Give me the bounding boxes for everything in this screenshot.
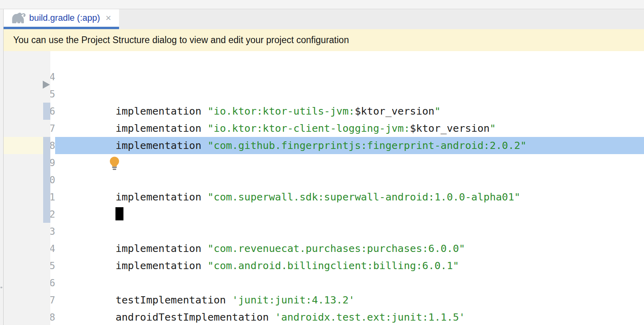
banner-text: You can use the Project Structure dialog… bbox=[13, 35, 349, 46]
code-cell[interactable] bbox=[50, 171, 644, 188]
window-top-strip bbox=[0, 0, 644, 9]
gutter-cell: 72 bbox=[4, 188, 50, 206]
change-marker bbox=[43, 188, 50, 206]
code-cell[interactable]: androidTestImplementation 'androidx.test… bbox=[50, 274, 644, 291]
gutter-cell: 74 bbox=[4, 223, 50, 240]
intention-bulb-icon[interactable] bbox=[59, 139, 121, 193]
gutter-cell: 67 bbox=[4, 103, 50, 120]
code-cell[interactable] bbox=[50, 154, 644, 171]
code-string: "com.android.billingclient:billing:6.0.1… bbox=[207, 260, 459, 271]
code-text: implementation "com.android.billingclien… bbox=[115, 260, 459, 271]
gutter-cell: 73 bbox=[4, 206, 50, 223]
code-line: 66 implementation "com.github.fingerprin… bbox=[4, 85, 644, 103]
gutter-cell: 71 bbox=[4, 171, 50, 188]
code-plain: implementation bbox=[115, 191, 207, 203]
code-lines: 64 implementation "io.ktor:ktor-utils-jv… bbox=[4, 51, 644, 325]
tab-label: build.gradle (:app) bbox=[29, 13, 100, 23]
gutter-cell: 64 bbox=[4, 51, 50, 68]
code-plain: androidTestImplementation bbox=[115, 311, 275, 323]
code-text: testImplementation 'junit:junit:4.13.2' bbox=[115, 294, 355, 306]
code-line: 74 bbox=[4, 223, 644, 240]
change-marker bbox=[43, 103, 50, 120]
code-plain: implementation bbox=[115, 260, 207, 271]
close-tab-icon[interactable]: × bbox=[105, 13, 111, 23]
tab-build-gradle[interactable]: build.gradle (:app) × bbox=[4, 9, 119, 29]
change-marker bbox=[43, 137, 50, 154]
code-text: implementation "io.ktor:ktor-utils-jvm:$… bbox=[115, 105, 441, 117]
code-cell[interactable]: implementation "com.github.fingerprintjs… bbox=[50, 85, 644, 103]
change-marker bbox=[43, 154, 50, 171]
code-string: 'junit:junit:4.13.2' bbox=[232, 294, 355, 306]
code-text: implementation "com.superwall.sdk:superw… bbox=[115, 191, 520, 203]
text-caret bbox=[115, 207, 123, 220]
code-plain: testImplementation bbox=[115, 294, 232, 306]
code-line: 77 androidTestImplementation 'androidx.t… bbox=[4, 274, 644, 291]
change-marker bbox=[43, 206, 50, 223]
code-plain: implementation bbox=[115, 242, 207, 254]
change-marker bbox=[43, 171, 50, 188]
code-cell[interactable]: implementation "io.ktor:ktor-utils-jvm:$… bbox=[50, 51, 644, 68]
gutter-cell: 78 bbox=[4, 291, 50, 309]
code-text: implementation "com.revenuecat.purchases… bbox=[115, 242, 465, 254]
code-variable: $ktor_version bbox=[355, 105, 435, 117]
code-variable: $ktor_version bbox=[410, 122, 490, 134]
code-line: 65 implementation "io.ktor:ktor-client-l… bbox=[4, 68, 644, 85]
code-text: implementation "com.github.fingerprintjs… bbox=[115, 139, 527, 151]
edge-marker-dot bbox=[0, 287, 2, 288]
run-triangle-icon[interactable] bbox=[43, 81, 50, 89]
code-cell[interactable]: implementation "com.android.billingclien… bbox=[50, 206, 644, 223]
code-editor[interactable]: 64 implementation "io.ktor:ktor-utils-jv… bbox=[4, 51, 644, 325]
gutter-cell: 77 bbox=[4, 274, 50, 291]
code-plain: implementation bbox=[115, 105, 207, 117]
gutter-cell: 76 bbox=[4, 257, 50, 274]
left-edge-strip bbox=[0, 9, 4, 325]
code-string: " bbox=[434, 105, 440, 117]
code-line: 64 implementation "io.ktor:ktor-utils-jv… bbox=[4, 51, 644, 68]
ide-window: build.gradle (:app) × You can use the Pr… bbox=[0, 0, 644, 325]
gutter-cell: 75 bbox=[4, 240, 50, 257]
gutter-cell: 69 bbox=[4, 137, 50, 154]
code-string: "com.github.fingerprintjs:fingerprint-an… bbox=[207, 139, 526, 151]
code-string: "com.revenuecat.purchases:purchases:6.0.… bbox=[207, 242, 465, 254]
gutter-cell: 68 bbox=[4, 120, 50, 137]
gutter-cell: 70 bbox=[4, 154, 50, 171]
code-string: " bbox=[490, 122, 496, 134]
gutter-cell: 79 bbox=[4, 309, 50, 325]
code-string: "io.ktor:ktor-utils-jvm: bbox=[207, 105, 354, 117]
code-string: 'androidx.test.ext:junit:1.1.5' bbox=[275, 311, 465, 323]
code-plain: implementation bbox=[115, 122, 207, 134]
code-plain: implementation bbox=[115, 139, 207, 151]
code-string: "io.ktor:ktor-client-logging-jvm: bbox=[207, 122, 410, 134]
notification-banner: You can use the Project Structure dialog… bbox=[4, 29, 644, 51]
code-text: androidTestImplementation 'androidx.test… bbox=[115, 311, 465, 323]
gradle-elephant-icon bbox=[9, 10, 26, 26]
code-line: 73 implementation "com.android.billingcl… bbox=[4, 206, 644, 223]
editor-tab-bar: build.gradle (:app) × bbox=[4, 9, 644, 29]
code-string: "com.superwall.sdk:superwall-android:1.0… bbox=[207, 191, 520, 203]
code-cell[interactable] bbox=[50, 223, 644, 240]
code-text: implementation "io.ktor:ktor-client-logg… bbox=[115, 122, 496, 134]
code-cell[interactable]: implementation "io.ktor:ktor-client-logg… bbox=[50, 68, 644, 85]
